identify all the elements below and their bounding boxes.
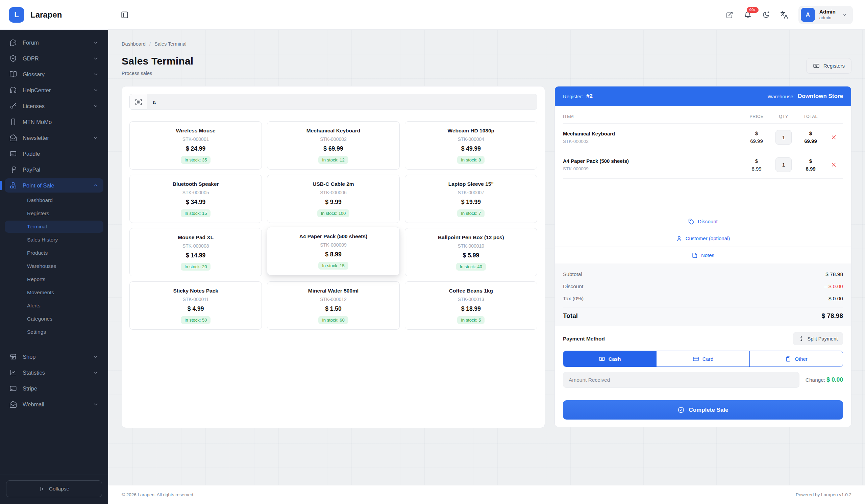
- language-button[interactable]: [780, 11, 788, 19]
- sidebar-item-paddle[interactable]: Paddle: [5, 146, 103, 161]
- sidebar-item-helpcenter[interactable]: HelpCenter: [5, 83, 103, 97]
- quantity-input[interactable]: [775, 130, 792, 144]
- user-role: admin: [819, 15, 835, 21]
- sidebar-item-glossary[interactable]: Glossary: [5, 67, 103, 81]
- tab-cash[interactable]: Cash: [563, 351, 656, 366]
- sidebar-item-label: Newsletter: [23, 135, 49, 141]
- sidebar-item-pos-movements[interactable]: Movements: [5, 286, 103, 298]
- sidebar-item-point-of-sale[interactable]: Point of Sale: [5, 178, 103, 192]
- chevron-down-icon: [93, 370, 99, 376]
- app-root: L Larapen Forum GDPR Glossary HelpCente: [0, 0, 865, 504]
- remove-item-button[interactable]: [831, 162, 837, 167]
- sidebar-item-webmail[interactable]: Webmail: [5, 397, 103, 411]
- main-column: 99+ A Admin admin: [108, 0, 865, 504]
- product-card[interactable]: Laptop Sleeve 15" STK-000007 $ 19.99 In …: [405, 175, 537, 223]
- stock-badge: In stock: 60: [318, 316, 348, 324]
- sidebar-item-shop[interactable]: Shop: [5, 350, 103, 364]
- product-card[interactable]: Mechanical Keyboard STK-000002 $ 69.99 I…: [267, 121, 400, 169]
- product-card[interactable]: Webcam HD 1080p STK-000004 $ 49.99 In st…: [405, 121, 537, 169]
- product-card[interactable]: USB-C Cable 2m STK-000006 $ 9.99 In stoc…: [267, 175, 400, 223]
- tab-card[interactable]: Card: [656, 351, 749, 366]
- product-card[interactable]: Sticky Notes Pack STK-000011 $ 4.99 In s…: [129, 281, 262, 330]
- dark-mode-button[interactable]: [762, 11, 770, 19]
- amount-received-input[interactable]: [563, 372, 799, 388]
- col-item: ITEM: [563, 114, 743, 119]
- product-card[interactable]: Bluetooth Speaker STK-000005 $ 34.99 In …: [129, 175, 262, 223]
- sidebar-toggle-button[interactable]: [120, 11, 129, 19]
- user-info: Admin admin: [819, 9, 835, 20]
- external-link-button[interactable]: [725, 11, 734, 19]
- product-price: $ 69.99: [271, 145, 395, 152]
- payment-method-title: Payment Method: [563, 336, 605, 342]
- chevron-down-icon: [93, 71, 99, 77]
- discount-link[interactable]: Discount: [555, 213, 851, 230]
- split-arrows-icon: [798, 336, 804, 341]
- chevron-up-icon: [93, 183, 99, 188]
- sidebar-item-pos-alerts[interactable]: Alerts: [5, 300, 103, 312]
- products-panel: Wireless Mouse STK-000001 $ 24.99 In sto…: [122, 86, 545, 428]
- sidebar-item-pos-terminal[interactable]: Terminal: [5, 221, 103, 233]
- sidebar-item-licenses[interactable]: Licenses: [5, 99, 103, 113]
- notifications-button[interactable]: 99+: [744, 11, 752, 19]
- sidebar-item-pos-settings[interactable]: Settings: [5, 326, 103, 338]
- sidebar-item-pos-warehouses[interactable]: Warehouses: [5, 260, 103, 272]
- subtotal-row: Subtotal $ 78.98: [563, 268, 843, 280]
- barcode-scan-button[interactable]: [129, 94, 147, 110]
- store-icon: [10, 353, 17, 361]
- sidebar-item-pos-dashboard[interactable]: Dashboard: [5, 194, 103, 207]
- breadcrumb-item-dashboard[interactable]: Dashboard: [122, 41, 146, 47]
- quantity-input[interactable]: [775, 157, 792, 172]
- sidebar-item-label: MTN MoMo: [23, 119, 52, 125]
- sidebar-item-gdpr[interactable]: GDPR: [5, 51, 103, 66]
- sidebar-item-pos-categories[interactable]: Categories: [5, 313, 103, 325]
- product-card[interactable]: Mineral Water 500ml STK-000012 $ 1.50 In…: [267, 281, 400, 330]
- customer-link[interactable]: Customer (optional): [555, 230, 851, 247]
- sidebar-item-paypal[interactable]: PayPal: [5, 163, 103, 177]
- collapse-button[interactable]: Collapse: [6, 480, 102, 497]
- stock-badge: In stock: 15: [318, 262, 348, 270]
- product-card[interactable]: Mouse Pad XL STK-000008 $ 14.99 In stock…: [129, 228, 262, 276]
- sidebar-item-pos-registers[interactable]: Registers: [5, 208, 103, 220]
- product-card[interactable]: Ballpoint Pen Box (12 pcs) STK-000010 $ …: [405, 228, 537, 276]
- chevron-down-icon: [93, 103, 99, 109]
- product-card-selected[interactable]: A4 Paper Pack (500 sheets) STK-000009 $ …: [267, 227, 400, 275]
- sidebar-item-forum[interactable]: Forum: [5, 35, 103, 50]
- cart-row: Mechanical Keyboard STK-000002 $ 69.99 $…: [563, 124, 843, 151]
- cart-item-total: $ 8.99: [797, 157, 824, 173]
- tab-other[interactable]: Other: [749, 351, 843, 366]
- col-qty: QTY: [770, 114, 797, 119]
- product-card[interactable]: Coffee Beans 1kg STK-000013 $ 18.99 In s…: [405, 281, 537, 330]
- payment-section: Payment Method Split Payment Cash: [555, 326, 851, 394]
- product-sku: STK-000010: [409, 243, 533, 249]
- sidebar-item-pos-sales-history[interactable]: Sales History: [5, 234, 103, 246]
- split-payment-button[interactable]: Split Payment: [793, 332, 843, 345]
- mail-open-icon: [10, 134, 17, 142]
- user-menu[interactable]: A Admin admin: [798, 6, 853, 24]
- sidebar-item-stripe[interactable]: Stripe: [5, 382, 103, 396]
- boxes-icon: [10, 182, 17, 189]
- chevron-down-icon: [93, 39, 99, 46]
- avatar: A: [801, 8, 815, 22]
- product-price: $ 19.99: [409, 199, 533, 206]
- sidebar-item-mtn-momo[interactable]: MTN MoMo: [5, 115, 103, 129]
- brand[interactable]: L Larapen: [0, 0, 108, 30]
- remove-item-button[interactable]: [831, 134, 837, 140]
- sidebar-item-newsletter[interactable]: Newsletter: [5, 131, 103, 145]
- product-search-input[interactable]: [147, 94, 537, 110]
- registers-button[interactable]: Registers: [806, 58, 852, 74]
- clipboard-icon: [785, 356, 791, 362]
- cart-summary: Subtotal $ 78.98 Discount – $ 0.00 Tax (…: [555, 263, 851, 326]
- cart-item-sku: STK-000009: [563, 166, 743, 171]
- sidebar-item-pos-products[interactable]: Products: [5, 247, 103, 259]
- total-row: Total $ 78.98: [563, 307, 843, 322]
- product-card[interactable]: Wireless Mouse STK-000001 $ 24.99 In sto…: [129, 121, 262, 169]
- sidebar-item-label: Webmail: [23, 401, 44, 408]
- notes-link[interactable]: Notes: [555, 247, 851, 263]
- complete-sale-button[interactable]: Complete Sale: [563, 400, 843, 420]
- sidebar-item-pos-reports[interactable]: Reports: [5, 273, 103, 285]
- user-name: Admin: [819, 9, 835, 15]
- product-name: Mineral Water 500ml: [271, 288, 395, 294]
- sidebar-item-statistics[interactable]: Statistics: [5, 365, 103, 380]
- discount-row: Discount – $ 0.00: [563, 280, 843, 293]
- amount-row: Change:$ 0.00: [563, 372, 843, 394]
